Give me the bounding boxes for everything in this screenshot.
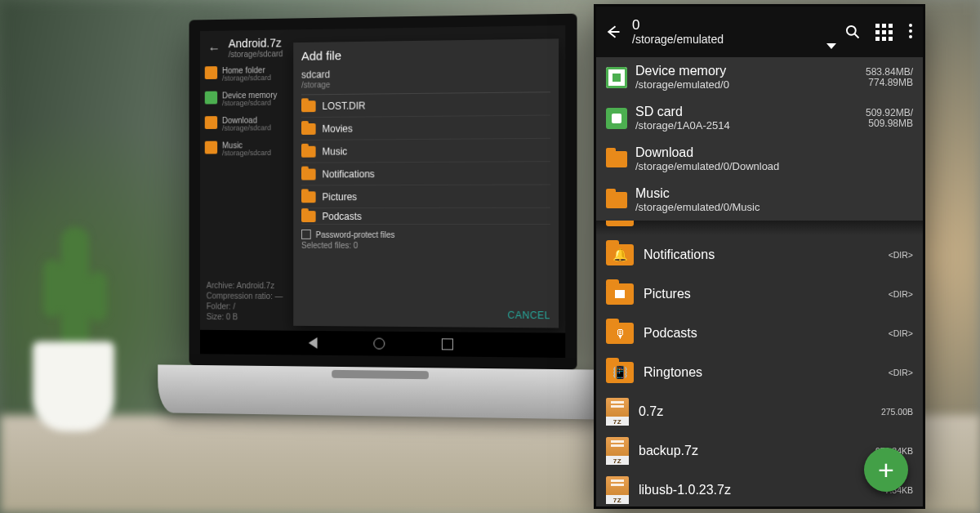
dialog-folder-row[interactable]: Pictures	[301, 185, 550, 208]
favorite-download[interactable]: Download/storage/emulated/0/Download	[596, 139, 923, 180]
file-size: 275.00B	[881, 407, 913, 417]
favorite-music[interactable]: Music/storage/emulated/0/Music	[596, 180, 923, 221]
back-button[interactable]	[604, 23, 622, 41]
path-breadcrumb[interactable]: 0 /storage/emulated	[632, 18, 835, 46]
sd-card-icon	[606, 108, 627, 129]
nav-recent-icon[interactable]	[441, 338, 452, 350]
search-icon[interactable]	[844, 24, 861, 40]
list-item[interactable]: Pictures DIR	[596, 274, 923, 314]
list-item[interactable]: 🔔 Notifications DIR	[596, 235, 923, 274]
folder-icon	[301, 168, 316, 180]
archive-info: Archive: Android.7z Compression ratio: —…	[207, 280, 283, 323]
add-file-dialog: Add file sdcard /storage LOST.DIR Movies…	[293, 38, 559, 328]
folder-icon	[301, 123, 316, 134]
dir-tag: DIR	[889, 328, 913, 338]
folder-icon	[301, 100, 316, 112]
folder-icon	[606, 151, 627, 167]
folder-icon	[301, 211, 316, 222]
dialog-title: Add file	[301, 46, 550, 63]
laptop: ← Android.7z /storage/sdcard Home folder…	[189, 12, 644, 437]
home-icon	[205, 66, 217, 79]
dialog-folder-row[interactable]: Music	[301, 139, 550, 163]
sidebar-item[interactable]: Home folder/storage/sdcard	[205, 65, 283, 83]
cancel-button[interactable]: CANCEL	[508, 310, 550, 322]
sidebar-item[interactable]: Download/storage/sdcard	[205, 115, 283, 132]
plus-icon: +	[878, 456, 894, 484]
selected-files-count: Selected files: 0	[301, 241, 550, 251]
folder-icon: 🎙	[606, 323, 634, 344]
favorite-device-memory[interactable]: Device memory/storage/emulated/0 583.84M…	[596, 57, 923, 98]
dir-tag: DIR	[889, 289, 913, 299]
archive-file-icon: 7Z	[606, 437, 629, 465]
svg-point-0	[847, 26, 856, 35]
list-item[interactable]: ♪ Music DIR	[596, 221, 923, 235]
favorite-sd-card[interactable]: SD card/storage/1A0A-2514 509.92MB/509.9…	[596, 98, 923, 139]
nav-back-icon[interactable]	[308, 337, 317, 349]
folder-icon	[205, 141, 217, 154]
back-icon[interactable]: ←	[208, 41, 220, 56]
dialog-folder-row[interactable]: Movies	[301, 116, 550, 141]
laptop-base	[158, 364, 610, 419]
folder-icon: 🔔	[606, 244, 634, 265]
sidebar-item[interactable]: Device memory/storage/sdcard	[205, 91, 283, 109]
folder-icon	[606, 283, 634, 305]
list-item[interactable]: 📳 Ringtones DIR	[596, 353, 923, 392]
add-button[interactable]: +	[864, 448, 908, 492]
folder-icon: ♪	[606, 221, 634, 226]
dialog-location-path: /storage	[301, 78, 550, 89]
password-protect-checkbox[interactable]: Password-protect files	[301, 230, 550, 239]
laptop-sidebar: Home folder/storage/sdcard Device memory…	[200, 62, 287, 169]
storage-size: 509.92MB/509.98MB	[866, 108, 913, 129]
dir-tag: DIR	[889, 250, 913, 260]
android-navbar	[200, 330, 565, 358]
archive-app: ← Android.7z /storage/sdcard Home folder…	[200, 25, 565, 358]
dir-tag: DIR	[889, 368, 913, 377]
checkbox-icon	[301, 230, 311, 239]
nav-home-icon[interactable]	[373, 338, 385, 350]
archive-file-icon: 7Z	[606, 476, 629, 504]
memory-icon	[205, 91, 217, 104]
sidebar-item[interactable]: Music/storage/sdcard	[205, 141, 283, 158]
memory-icon	[606, 67, 627, 88]
dialog-folder-row[interactable]: LOST.DIR	[301, 92, 550, 118]
view-grid-icon[interactable]	[875, 24, 892, 40]
favorites-panel: Device memory/storage/emulated/0 583.84M…	[596, 57, 923, 221]
folder-icon: 📳	[606, 362, 634, 383]
archive-title: Android.7z	[229, 36, 283, 50]
list-item[interactable]: 🎙 Podcasts DIR	[596, 314, 923, 353]
dialog-folder-row[interactable]: Podcasts	[301, 208, 550, 225]
folder-icon	[205, 116, 217, 129]
list-item[interactable]: 7Z 0.7z 275.00B	[596, 392, 923, 431]
overflow-menu-icon[interactable]	[906, 24, 915, 40]
folder-icon	[301, 191, 316, 203]
archive-subtitle: /storage/sdcard	[229, 49, 283, 59]
file-manager: 0 /storage/emulated Device memory/storag…	[596, 7, 923, 506]
dialog-folder-row[interactable]: Notifications	[301, 162, 550, 185]
archive-file-icon: 7Z	[606, 398, 629, 426]
app-toolbar: 0 /storage/emulated	[596, 7, 923, 57]
storage-size: 583.84MB/774.89MB	[866, 67, 913, 88]
folder-icon	[606, 192, 627, 208]
folder-icon	[301, 145, 316, 157]
